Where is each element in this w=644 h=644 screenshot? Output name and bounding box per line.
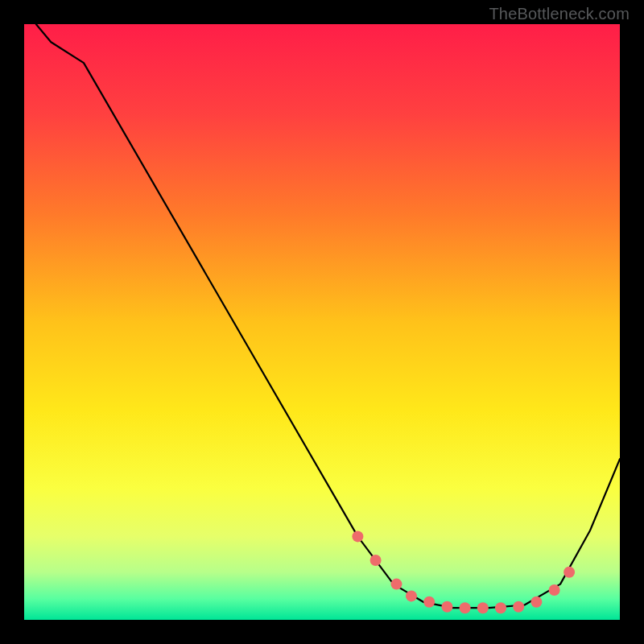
marker-dot [406, 590, 417, 601]
marker-dot [495, 602, 506, 613]
marker-dot [549, 584, 560, 596]
marker-dot [530, 597, 542, 608]
marker-dot [477, 602, 489, 613]
marker-dot [441, 601, 452, 613]
watermark-text: TheBottleneck.com [489, 5, 630, 23]
marker-dot [564, 567, 575, 578]
marker-dot [423, 597, 435, 608]
chart-stage: TheBottleneck.com [0, 0, 644, 644]
plot-area [24, 24, 620, 620]
marker-dot [460, 602, 471, 613]
marker-dot [513, 601, 524, 613]
marker-dot [391, 579, 402, 590]
chart-svg [24, 24, 620, 620]
marker-dot [352, 530, 363, 542]
marker-dot [370, 555, 382, 566]
